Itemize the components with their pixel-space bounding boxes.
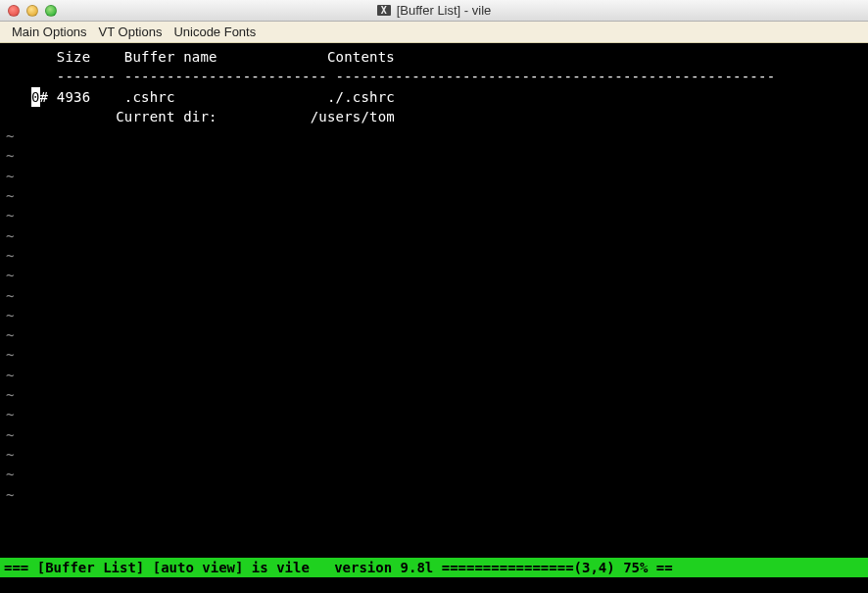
- tilde-line: ~: [6, 467, 15, 482]
- tilde-line: ~: [6, 308, 15, 323]
- traffic-lights: [0, 5, 57, 17]
- tilde-line: ~: [6, 228, 15, 244]
- tilde-line: ~: [6, 327, 15, 343]
- window-titlebar: X [Buffer List] - vile: [0, 0, 868, 22]
- tilde-line: ~: [6, 268, 15, 283]
- menu-vt-options[interactable]: VT Options: [95, 24, 167, 40]
- tilde-line: ~: [6, 487, 15, 503]
- tilde-line: ~: [6, 169, 15, 184]
- tilde-line: ~: [6, 368, 15, 383]
- tilde-line: ~: [6, 427, 15, 443]
- window-title-text: [Buffer List] - vile: [397, 3, 492, 18]
- menu-unicode-fonts[interactable]: Unicode Fonts: [169, 24, 260, 40]
- tilde-line: ~: [6, 447, 15, 463]
- tilde-line: ~: [6, 407, 15, 422]
- window-title: X [Buffer List] - vile: [0, 3, 868, 18]
- zoom-icon[interactable]: [45, 5, 57, 17]
- menubar: Main Options VT Options Unicode Fonts: [0, 22, 868, 43]
- col-head-dashes: ------- ------------------------ -------…: [6, 69, 775, 84]
- status-line: === [Buffer List] [auto view] is vile ve…: [0, 558, 868, 577]
- tilde-line: ~: [6, 148, 15, 164]
- x11-icon: X: [377, 5, 391, 16]
- tilde-line: ~: [6, 347, 15, 363]
- current-dir-row: Current dir: /users/tom: [6, 109, 395, 124]
- tilde-line: ~: [6, 387, 15, 403]
- menu-main-options[interactable]: Main Options: [8, 24, 91, 40]
- tilde-line: ~: [6, 208, 15, 223]
- command-line[interactable]: [0, 577, 868, 593]
- close-icon[interactable]: [8, 5, 20, 17]
- cursor-cell: 0: [31, 87, 40, 107]
- tilde-line: ~: [6, 128, 15, 144]
- col-head-size: Size Buffer name Contents: [6, 49, 395, 65]
- tilde-line: ~: [6, 248, 15, 264]
- buffer-row: 0# 4936 .cshrc ./.cshrc: [6, 89, 395, 105]
- minimize-icon[interactable]: [26, 5, 38, 17]
- tilde-line: ~: [6, 188, 15, 204]
- terminal-area[interactable]: Size Buffer name Contents ------- ------…: [0, 43, 868, 569]
- tilde-line: ~: [6, 288, 15, 304]
